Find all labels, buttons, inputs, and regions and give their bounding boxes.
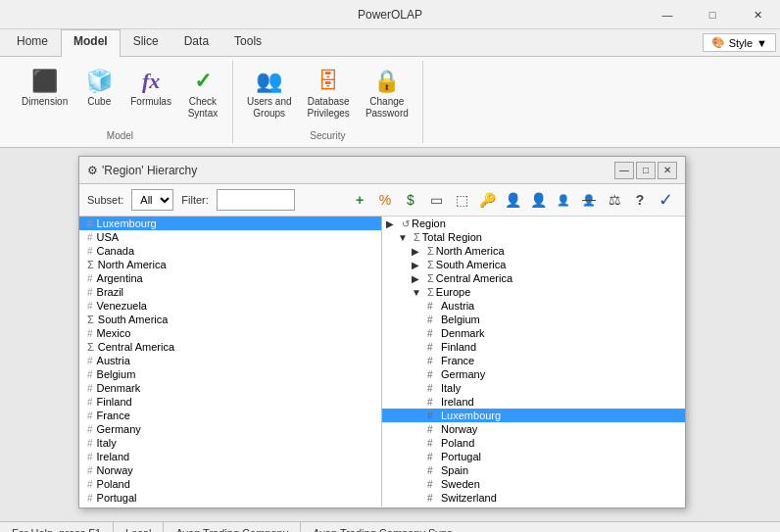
dollar-icon[interactable]: $	[399, 188, 422, 212]
add-icon[interactable]: +	[348, 188, 371, 212]
tree-item-central-america[interactable]: ▶ Σ Central America	[382, 271, 685, 285]
ribbon-item-formulas[interactable]: fx Formulas	[124, 65, 177, 112]
expand-icon[interactable]: ▶	[412, 260, 425, 270]
tree-item-norway[interactable]: # Norway	[382, 422, 685, 436]
tree-item-sweden[interactable]: # Sweden	[382, 477, 685, 491]
double-box-icon[interactable]: ⬚	[450, 188, 473, 212]
minimize-button[interactable]: —	[645, 0, 690, 29]
key-icon[interactable]: 🔑	[475, 188, 499, 212]
hash-icon: #	[427, 369, 439, 380]
ribbon-group-model: ⬛ Dimension 🧊 Cube fx Formulas ✓ CheckSy…	[8, 61, 233, 143]
ribbon-item-change-password[interactable]: 🔒 ChangePassword	[360, 65, 414, 123]
tree-item-ireland[interactable]: # Ireland	[382, 395, 685, 409]
left-panel[interactable]: # Luxembourg # USA # Canada Σ North Amer…	[79, 217, 382, 507]
expand-icon[interactable]: ▼	[412, 287, 425, 298]
tree-item-austria[interactable]: # Austria	[382, 299, 685, 313]
list-item[interactable]: # Canada	[79, 244, 381, 258]
user3-icon[interactable]: 👤	[552, 188, 575, 212]
tree-item-italy[interactable]: # Italy	[382, 381, 685, 395]
tree-item-north-america[interactable]: ▶ Σ North America	[382, 244, 685, 258]
sigma-icon: Σ	[427, 272, 434, 284]
ribbon-item-dimension[interactable]: ⬛ Dimension	[16, 65, 73, 112]
list-item[interactable]: # Belgium	[79, 367, 381, 381]
dialog-toolbar: Subset: All Filter: + % $ ▭ ⬚ 🔑 👤 👤 👤 👤 …	[79, 184, 685, 217]
expand-icon[interactable]: ▶	[386, 218, 400, 229]
list-item[interactable]: # Brazil	[79, 285, 381, 299]
ribbon-item-users-groups[interactable]: 👥 Users andGroups	[241, 65, 298, 123]
tab-home[interactable]: Home	[4, 29, 61, 57]
ribbon: Home Model Slice Data Tools 🎨 Style ▼ ⬛ …	[0, 29, 780, 148]
list-item[interactable]: # Italy	[79, 436, 381, 450]
list-item[interactable]: # Portugal	[79, 491, 381, 505]
tree-item-denmark[interactable]: # Denmark	[382, 326, 685, 340]
list-item[interactable]: # Luxembourg	[79, 217, 381, 230]
list-item[interactable]: # Argentina	[79, 271, 381, 285]
list-item[interactable]: # Venezuela	[79, 299, 381, 313]
tree-item-spain[interactable]: # Spain	[382, 463, 685, 477]
confirm-icon[interactable]: ✓	[654, 188, 677, 212]
tree-item-switzerland[interactable]: # Switzerland	[382, 491, 685, 505]
list-item[interactable]: Σ Central America	[79, 340, 381, 354]
dialog-close-button[interactable]: ✕	[658, 162, 677, 179]
list-item[interactable]: # Norway	[79, 463, 381, 477]
user4-icon[interactable]: 👤	[577, 188, 601, 212]
dialog-titlebar: ⚙ 'Region' Hierarchy — □ ✕	[79, 157, 685, 184]
tree-item-france[interactable]: # France	[382, 354, 685, 367]
sigma-icon: Σ	[87, 314, 94, 325]
single-box-icon[interactable]: ▭	[424, 188, 448, 212]
ribbon-item-check-syntax[interactable]: ✓ CheckSyntax	[181, 65, 224, 123]
tree-item-belgium[interactable]: # Belgium	[382, 313, 685, 326]
dialog-title: ⚙ 'Region' Hierarchy	[87, 164, 197, 177]
list-item[interactable]: Σ South America	[79, 313, 381, 326]
dialog-maximize-button[interactable]: □	[636, 162, 656, 179]
tab-model[interactable]: Model	[61, 29, 121, 57]
list-item[interactable]: # Mexico	[79, 326, 381, 340]
list-item[interactable]: # Germany	[79, 422, 381, 436]
hash-icon: #	[427, 424, 439, 435]
ribbon-item-db-privileges[interactable]: 🗄 DatabasePrivileges	[302, 65, 356, 123]
list-item[interactable]: Σ North America	[79, 258, 381, 271]
tree-item-europe[interactable]: ▼ Σ Europe	[382, 285, 685, 299]
maximize-button[interactable]: □	[690, 0, 735, 29]
user1-icon[interactable]: 👤	[501, 188, 524, 212]
expand-icon[interactable]: ▶	[412, 246, 425, 257]
list-item[interactable]: # Finland	[79, 395, 381, 409]
subset-select[interactable]: All	[131, 189, 173, 211]
tree-item-poland[interactable]: # Poland	[382, 436, 685, 450]
style-button[interactable]: 🎨 Style ▼	[703, 33, 776, 52]
help-icon[interactable]: ?	[628, 188, 652, 212]
tree-item-south-america[interactable]: ▶ Σ South America	[382, 258, 685, 271]
list-item[interactable]: # France	[79, 409, 381, 422]
expand-icon[interactable]: ▼	[398, 232, 412, 243]
tree-item-root[interactable]: ▶ ↺ Region	[382, 217, 685, 230]
tab-slice[interactable]: Slice	[121, 29, 171, 57]
sigma-icon: Σ	[427, 259, 434, 270]
expand-icon[interactable]: ▶	[412, 273, 425, 284]
list-item[interactable]: # Denmark	[79, 381, 381, 395]
tree-item-total-region[interactable]: ▼ Σ Total Region	[382, 230, 685, 244]
tree-item-luxembourg[interactable]: # Luxembourg	[382, 409, 685, 422]
close-button[interactable]: ✕	[735, 0, 780, 29]
tab-tools[interactable]: Tools	[221, 29, 274, 57]
percent-icon[interactable]: %	[373, 188, 397, 212]
hash-icon: #	[427, 342, 439, 353]
list-item[interactable]: # Austria	[79, 354, 381, 367]
tree-item-germany[interactable]: # Germany	[382, 367, 685, 381]
user2-icon[interactable]: 👤	[526, 188, 550, 212]
tree-item-finland[interactable]: # Finland	[382, 340, 685, 354]
dialog-minimize-button[interactable]: —	[614, 162, 634, 179]
ribbon-content: ⬛ Dimension 🧊 Cube fx Formulas ✓ CheckSy…	[0, 57, 780, 147]
status-help: For Help, press F1	[0, 522, 114, 532]
hash-icon: #	[87, 287, 93, 298]
tree-item-portugal[interactable]: # Portugal	[382, 450, 685, 463]
list-item[interactable]: # USA	[79, 230, 381, 244]
status-bar: For Help, press F1 Local Avon Trading Co…	[0, 521, 780, 532]
scale-icon[interactable]: ⚖	[603, 188, 626, 212]
tab-data[interactable]: Data	[171, 29, 221, 57]
right-panel[interactable]: ▶ ↺ Region ▼ Σ Total Region ▶ Σ North Am…	[382, 217, 685, 507]
ribbon-item-cube[interactable]: 🧊 Cube	[77, 65, 121, 112]
filter-input[interactable]	[217, 189, 295, 211]
list-item[interactable]: # Ireland	[79, 450, 381, 463]
filter-label: Filter:	[181, 194, 209, 206]
list-item[interactable]: # Poland	[79, 477, 381, 491]
